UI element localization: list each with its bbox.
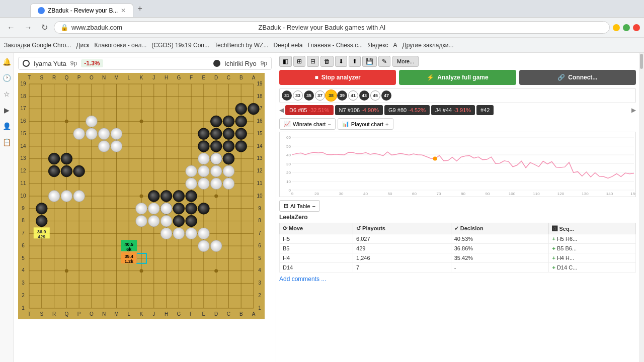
bad-move-num: #80	[397, 107, 407, 113]
scroll-thumb[interactable]	[640, 54, 643, 69]
tab-close-button[interactable]: ✕	[121, 7, 126, 14]
lock-icon: 🔒	[60, 24, 68, 31]
ai-table-row[interactable]: H4 1,246 35.42% + H4 H...	[280, 253, 636, 263]
charts-tabs: 📈 Winrate chart − 📊 Playout chart +	[279, 118, 636, 130]
left-sidebar: 🔔 🕐 ☆ ▶ 👤 📋	[0, 53, 14, 362]
browser-tabs-bar: ZBaduk - Review your B... ✕ +	[0, 0, 644, 18]
analyze-full-button[interactable]: ⚡ Analyze full game	[399, 70, 516, 85]
tool-button-3[interactable]: ⊟	[307, 56, 319, 67]
playout-chart-tab[interactable]: 📊 Playout chart +	[338, 118, 393, 130]
main-content: Iyama Yuta 9p -1.3% Ichiriki Ryo 9p ⏮ ◀ …	[14, 53, 644, 362]
move-circle-39[interactable]: 39	[337, 90, 347, 101]
bookmark-more[interactable]: Другие закладки...	[403, 42, 454, 49]
bookmark-1[interactable]: Закладки Google Chro...	[4, 42, 71, 49]
bad-move-pos: J4	[435, 107, 441, 113]
sidebar-bell-icon[interactable]: 🔔	[2, 57, 12, 67]
ai-plus-icon[interactable]: +	[552, 236, 555, 242]
sidebar-note-icon[interactable]: 📋	[2, 137, 12, 147]
address-bar[interactable]: 🔒 www.zbaduk.com	[54, 21, 610, 34]
right-scrollbar[interactable]	[639, 53, 644, 362]
ai-table-row[interactable]: H5 6,027 40.53% + H5 H6...	[280, 234, 636, 244]
tool-button-delete[interactable]: 🗑	[320, 56, 334, 67]
bookmark-8[interactable]: Яндекс	[368, 42, 388, 49]
add-comments-link[interactable]: Add comments ...	[279, 276, 636, 283]
bad-move-pos: N7	[339, 107, 346, 113]
winrate-chart-tab[interactable]: 📈 Winrate chart −	[279, 118, 336, 130]
ai-plus-icon[interactable]: +	[552, 255, 555, 261]
ai-seq: + H5 H6...	[549, 234, 636, 244]
bookmark-4[interactable]: (CGOS) 19x19 Con...	[151, 42, 209, 49]
ai-decision: 35.42%	[451, 253, 549, 263]
ai-analysis-table: ⟳ Move ↺ Playouts ✓ Decision 🅰 Seq... H5…	[279, 223, 636, 273]
bad-move-N7[interactable]: N7 #106 -4.90%	[335, 105, 383, 115]
move-circle-41[interactable]: 41	[348, 90, 358, 101]
maximize-button[interactable]	[623, 24, 630, 31]
ai-table-row[interactable]: B5 429 36.86% + B5 B6...	[280, 244, 636, 253]
bad-move-num: #44	[443, 107, 452, 113]
bookmark-6[interactable]: DeepLeela	[273, 42, 302, 49]
bookmark-3[interactable]: Клавогонки - онл...	[94, 42, 146, 49]
connect-button[interactable]: 🔗 Connect...	[519, 70, 636, 85]
move-circle-43[interactable]: 43	[359, 90, 369, 101]
move-circle-31[interactable]: 31	[282, 90, 292, 101]
more-button[interactable]: More...	[392, 56, 419, 67]
bookmark-9[interactable]: А	[393, 42, 397, 49]
ai-table-minus-icon[interactable]: −	[312, 203, 315, 209]
tool-button-1[interactable]: ◧	[279, 56, 292, 67]
bad-move-num42[interactable]: #42	[476, 105, 494, 115]
ai-table-tab[interactable]: ⊞ AI Table −	[279, 200, 320, 212]
refresh-button[interactable]: ↻	[38, 21, 51, 34]
winrate-minus-icon[interactable]: −	[328, 121, 331, 127]
tool-button-edit[interactable]: ✎	[378, 56, 390, 67]
back-button[interactable]: ←	[4, 21, 18, 34]
bad-moves-scroll-right[interactable]: ▶	[631, 107, 636, 114]
sidebar-user-icon[interactable]: 👤	[2, 121, 12, 131]
bad-move-pos: D6	[289, 107, 296, 113]
sidebar-star-icon[interactable]: ☆	[2, 89, 12, 99]
bad-move-pct: -32.51%	[309, 107, 330, 113]
engine-name: LeelaZero	[279, 214, 636, 221]
tool-button-save[interactable]: 💾	[362, 56, 377, 67]
go-board[interactable]	[18, 73, 265, 319]
tool-button-2[interactable]: ⊞	[293, 56, 305, 67]
winrate-chart-area	[279, 132, 636, 197]
col-header-seq: 🅰 Seq...	[549, 223, 636, 234]
ai-table-row[interactable]: D14 7 - + D14 C...	[280, 263, 636, 273]
new-tab-button[interactable]: +	[133, 2, 146, 15]
minimize-button[interactable]	[613, 24, 620, 31]
sidebar-play-icon[interactable]: ▶	[2, 105, 12, 115]
active-tab[interactable]: ZBaduk - Review your B... ✕	[30, 4, 133, 17]
bad-move-J4[interactable]: J4 #44 -3.91%	[431, 105, 475, 115]
move-circle-47[interactable]: 47	[381, 90, 391, 101]
sidebar-history-icon[interactable]: 🕐	[2, 73, 12, 83]
move-circle-37[interactable]: 37	[315, 90, 325, 101]
move-circle-35[interactable]: 35	[304, 90, 314, 101]
ai-decision: 40.53%	[451, 234, 549, 244]
playout-plus-icon[interactable]: +	[385, 121, 388, 127]
tool-button-down[interactable]: ⬇	[335, 56, 347, 67]
bookmark-5[interactable]: TechBench by WZ...	[214, 42, 268, 49]
tool-button-up[interactable]: ⬆	[349, 56, 361, 67]
bad-move-D6[interactable]: D6 #85 -32.51%	[285, 105, 334, 115]
stop-analyzer-button[interactable]: ■ Stop analyzer	[279, 70, 396, 85]
bad-move-num: #106	[348, 107, 360, 113]
move-circle-45[interactable]: 45	[370, 90, 380, 101]
move-circle-38[interactable]: 38	[326, 90, 336, 101]
bad-move-G9[interactable]: G9 #80 -4.52%	[384, 105, 430, 115]
bookmark-2[interactable]: Диск	[76, 42, 89, 49]
close-button[interactable]	[633, 24, 640, 31]
bad-move-pct: -4.52%	[408, 107, 426, 113]
black-player-circle	[23, 60, 30, 67]
forward-button[interactable]: →	[21, 21, 35, 34]
ai-plus-icon[interactable]: +	[552, 245, 555, 251]
bookmark-7[interactable]: Главная - Chess.c...	[307, 42, 363, 49]
move-circle-33[interactable]: 33	[293, 90, 303, 101]
move-strip[interactable]: 31333537383941434547	[279, 88, 636, 103]
winrate-chart-canvas	[280, 132, 636, 197]
ai-plus-icon[interactable]: +	[552, 264, 555, 270]
bad-moves-scroll-left[interactable]: ◀	[279, 107, 284, 114]
connect-icon: 🔗	[557, 74, 565, 81]
players-bar: Iyama Yuta 9p -1.3% Ichiriki Ryo 9p	[18, 57, 272, 70]
action-buttons: ■ Stop analyzer ⚡ Analyze full game 🔗 Co…	[279, 70, 636, 85]
bad-move-pct: -3.91%	[453, 107, 471, 113]
